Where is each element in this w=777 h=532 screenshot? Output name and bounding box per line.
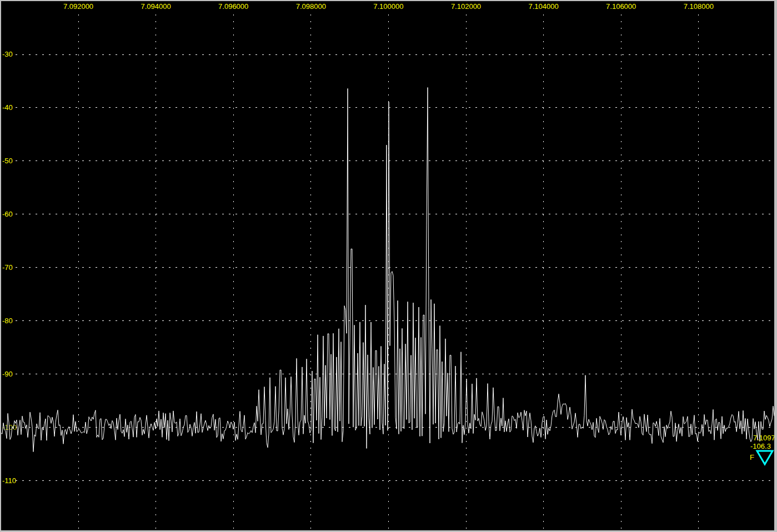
window-border-left (0, 0, 1, 532)
x-axis-tick-label: 7.096000 (218, 2, 248, 11)
window-border-top (0, 0, 777, 1)
y-axis-tick-label: -40 (2, 103, 13, 112)
y-axis-tick-label: -90 (2, 370, 13, 378)
x-axis-tick-labels: 7.0920007.0940007.0960007.0980007.100000… (63, 2, 714, 11)
x-axis-tick-label: 7.104000 (528, 2, 558, 11)
x-axis-tick-label: 7.092000 (63, 2, 93, 11)
window-border-right (774, 0, 777, 532)
marker-flag-label: F (750, 453, 754, 461)
marker-frequency-readout: 7.1097 (753, 434, 775, 442)
marker-triangle-icon[interactable] (757, 451, 773, 464)
x-axis-tick-label: 7.108000 (684, 2, 714, 11)
spectrum-trace (1, 88, 774, 452)
y-axis-tick-label: -80 (2, 317, 13, 325)
x-axis-tick-label: 7.106000 (606, 2, 636, 11)
y-axis-tick-label: -50 (2, 157, 13, 165)
x-axis-tick-label: 7.102000 (451, 2, 481, 11)
x-axis-tick-label: 7.100000 (373, 2, 403, 11)
y-axis-tick-label: -70 (2, 263, 13, 272)
x-axis-tick-label: 7.094000 (141, 2, 171, 11)
y-axis-tick-label: -30 (2, 50, 13, 58)
spectrum-plot[interactable]: 7.0920007.0940007.0960007.0980007.100000… (0, 0, 777, 532)
y-axis-tick-label: -60 (2, 210, 13, 218)
horizontal-gridlines (16, 54, 773, 481)
x-axis-tick-label: 7.098000 (296, 2, 326, 11)
spectrum-display: 7.0920007.0940007.0960007.0980007.100000… (0, 0, 777, 532)
y-axis-tick-label: -110 (2, 476, 16, 485)
marker-level-readout: -106.3 (750, 442, 771, 450)
frequency-marker[interactable]: 7.1097 -106.3 F (750, 434, 775, 464)
y-axis-tick-labels: -30-40-50-60-70-80-90-100-110 (2, 50, 17, 485)
